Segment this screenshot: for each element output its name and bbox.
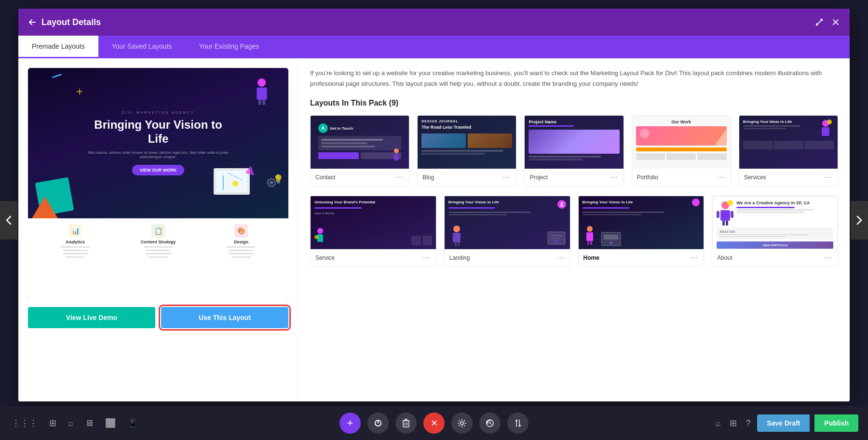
- layout-menu-services[interactable]: ⋯: [823, 173, 833, 182]
- layout-footer-about: About ⋯: [712, 249, 838, 266]
- svg-point-8: [232, 181, 238, 187]
- prev-arrow[interactable]: [0, 201, 17, 240]
- pack-description: If you're looking to set up a website fo…: [310, 68, 838, 89]
- layout-item-about[interactable]: We Are a Creative Agency In SF, CA About…: [712, 196, 838, 267]
- feature-analytics: 📊 Analytics: [36, 224, 115, 258]
- right-panel: If you're looking to set up a website fo…: [298, 58, 850, 401]
- preview-description: Nisi massa, ultrices vitae ornare sit am…: [81, 150, 235, 159]
- modal-header: Layout Details: [18, 9, 850, 36]
- layout-item-services[interactable]: Bringing Your Ideas to Life: [739, 115, 838, 186]
- svg-rect-31: [586, 232, 593, 241]
- save-draft-button[interactable]: Save Draft: [757, 414, 810, 432]
- layout-icon[interactable]: ⊞: [47, 416, 58, 430]
- shape-notebook: [211, 163, 259, 204]
- back-icon[interactable]: [28, 18, 37, 27]
- layout-item-home[interactable]: Bringing Your Vision to Life: [578, 196, 705, 267]
- bottom-toolbar: ⋮⋮⋮ ⊞ ⌕ 🖥 ⬜ 📱 + ✕: [0, 406, 868, 440]
- layout-menu-project[interactable]: ⋯: [609, 173, 619, 182]
- history-button[interactable]: [479, 413, 501, 434]
- svg-rect-2: [258, 100, 261, 105]
- layout-thumb-project: Project Name: [525, 116, 623, 169]
- layout-thumb-home: Bringing Your Vision to Life: [579, 196, 704, 249]
- preview-image: DIVI MARKETING AGENCY Bringing Your Visi…: [28, 68, 288, 299]
- toolbar-search-icon[interactable]: ⌕: [714, 416, 723, 430]
- layout-menu-home[interactable]: ⋯: [689, 253, 699, 262]
- layout-name-services: Services: [744, 174, 766, 181]
- next-arrow[interactable]: [851, 201, 868, 240]
- svg-rect-39: [722, 221, 725, 226]
- tab-saved[interactable]: Your Saved Layouts: [98, 36, 186, 58]
- layout-footer-project: Project ⋯: [525, 169, 623, 186]
- feature-content: 📋 Content Strategy: [119, 224, 198, 258]
- svg-rect-24: [455, 242, 457, 246]
- trash-button[interactable]: [395, 413, 417, 434]
- tab-existing[interactable]: Your Existing Pages: [186, 36, 273, 58]
- add-button[interactable]: +: [339, 413, 361, 434]
- layout-footer-services: Services ⋯: [739, 169, 838, 186]
- layout-thumb-contact: Get In Touch: [311, 116, 409, 169]
- preview-content: DIVI MARKETING AGENCY Bringing Your Visi…: [28, 68, 288, 299]
- toolbar-help-icon[interactable]: ?: [744, 416, 752, 430]
- svg-point-20: [314, 235, 318, 239]
- svg-rect-14: [394, 154, 399, 160]
- modal-title: Layout Details: [41, 17, 101, 27]
- tablet-icon[interactable]: ⬜: [103, 416, 118, 430]
- svg-rect-23: [453, 233, 461, 242]
- view-demo-button[interactable]: View Live Demo: [28, 307, 155, 328]
- toggle-button[interactable]: [507, 413, 529, 434]
- layout-item-landing[interactable]: Bringing Your Vision to Life: [444, 196, 570, 267]
- layout-item-contact[interactable]: Get In Touch: [310, 115, 409, 186]
- layout-menu-about[interactable]: ⋯: [823, 253, 833, 262]
- layouts-grid-row1: Get In Touch: [310, 115, 838, 186]
- close-button[interactable]: ✕: [423, 413, 445, 434]
- layout-menu-portfolio[interactable]: ⋯: [716, 173, 726, 182]
- hamburger-icon[interactable]: ⋮⋮⋮: [10, 416, 40, 430]
- svg-point-17: [827, 120, 832, 124]
- layout-item-blog[interactable]: Design Journal The Road Less Traveled Bl…: [417, 115, 516, 186]
- layout-footer-contact: Contact ⋯: [311, 169, 409, 186]
- toolbar-center: + ✕: [339, 413, 529, 434]
- layout-menu-contact[interactable]: ⋯: [394, 173, 404, 182]
- publish-button[interactable]: Publish: [814, 414, 858, 432]
- svg-rect-40: [726, 221, 728, 226]
- svg-point-12: [322, 127, 324, 129]
- svg-point-21: [561, 202, 563, 204]
- close-icon[interactable]: [831, 18, 840, 27]
- resize-icon[interactable]: [815, 18, 824, 27]
- layout-footer-blog: Blog ⋯: [418, 169, 516, 186]
- layout-name-about: About: [717, 254, 732, 261]
- layout-menu-landing[interactable]: ⋯: [556, 253, 565, 262]
- layout-item-portfolio[interactable]: Our Work: [632, 115, 731, 186]
- mobile-icon[interactable]: 📱: [125, 416, 140, 430]
- layout-menu-service[interactable]: ⋯: [421, 253, 431, 262]
- layout-footer-landing: Landing ⋯: [445, 249, 570, 266]
- preview-cta-btn[interactable]: VIEW OUR WORK: [132, 165, 185, 175]
- deco-plus: +: [76, 85, 83, 98]
- layout-item-service[interactable]: Unlocking Your Brand's Potential How It …: [310, 196, 436, 267]
- layout-footer-home: Home ⋯: [579, 249, 704, 266]
- svg-point-36: [610, 241, 612, 244]
- preview-agency-label: DIVI MARKETING AGENCY: [122, 111, 194, 114]
- layout-name-service: Service: [315, 254, 335, 261]
- preview-features: 📊 Analytics 📋 Content Strategy: [28, 218, 288, 299]
- toolbar-grid-icon[interactable]: ⊞: [728, 416, 739, 430]
- svg-point-18: [317, 228, 323, 234]
- layout-name-contact: Contact: [315, 174, 335, 181]
- settings-button[interactable]: [451, 413, 473, 434]
- svg-point-29: [555, 240, 558, 243]
- toolbar-left: ⋮⋮⋮ ⊞ ⌕ 🖥 ⬜ 📱: [10, 416, 140, 430]
- layout-thumb-portfolio: Our Work: [632, 116, 731, 169]
- preview-hero-title: Bringing Your Vision to Life: [91, 118, 226, 146]
- pack-title: Layouts In This Pack (9): [310, 99, 838, 107]
- layout-item-project[interactable]: Project Name Project ⋯: [524, 115, 624, 186]
- svg-rect-38: [720, 210, 730, 221]
- power-button[interactable]: [367, 413, 389, 434]
- desktop-icon[interactable]: 🖥: [83, 416, 95, 430]
- preview-buttons: View Live Demo Use This Layout: [28, 307, 288, 328]
- layout-menu-blog[interactable]: ⋯: [502, 173, 511, 182]
- svg-rect-32: [587, 241, 589, 245]
- tab-premade[interactable]: Premade Layouts: [18, 36, 98, 58]
- layout-name-project: Project: [529, 174, 547, 181]
- search-icon[interactable]: ⌕: [66, 416, 75, 430]
- use-layout-button[interactable]: Use This Layout: [161, 307, 288, 328]
